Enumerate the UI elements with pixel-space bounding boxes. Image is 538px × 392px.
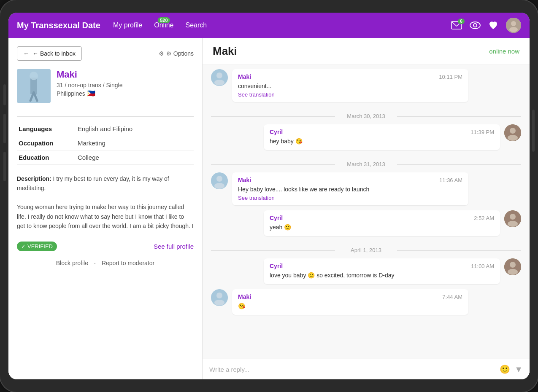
msg-time: 2:52 AM [474, 215, 494, 221]
expand-icon[interactable]: ▼ [514, 365, 523, 374]
svg-point-27 [216, 293, 222, 298]
message-bubble: Maki 10:11 PM convenient... See translat… [232, 69, 468, 102]
nav-links: My profile Online 520 Search [113, 21, 451, 29]
svg-point-1 [470, 22, 480, 29]
msg-text: 😘 [238, 302, 462, 311]
msg-sender-name[interactable]: Cyril [270, 263, 283, 269]
cyril-avatar-2 [504, 210, 521, 227]
svg-point-4 [511, 21, 516, 26]
gear-icon: ⚙ [159, 50, 164, 57]
left-panel: ← ← Back to inbox ⚙ ⚙ Options [8, 38, 203, 379]
check-icon: ✓ [21, 243, 26, 250]
msg-text: hey baby 😘 [270, 137, 494, 146]
maki-avatar-2 [211, 172, 228, 189]
mail-badge: 6 [458, 19, 465, 24]
reply-input[interactable] [209, 366, 495, 373]
profile-meta: 31 / non-op trans / Single [57, 82, 194, 89]
msg-text: Hey baby love.... looks like we are read… [238, 185, 462, 194]
nav-search[interactable]: Search [185, 21, 207, 29]
report-moderator-link[interactable]: Report to moderator [102, 260, 154, 266]
date-separator: March 30, 2013 [211, 113, 521, 119]
svg-point-28 [214, 300, 224, 306]
msg-time: 7:44 AM [442, 294, 462, 300]
chat-panel: Maki online now [203, 38, 530, 379]
left-top-bar: ← ← Back to inbox ⚙ ⚙ Options [17, 46, 194, 61]
see-full-profile-link[interactable]: See full profile [154, 243, 194, 250]
profile-photo [17, 69, 51, 103]
svg-point-24 [510, 262, 516, 268]
msg-header: Cyril 2:52 AM [270, 215, 494, 221]
online-status: online now [489, 48, 519, 55]
reply-icons: 🙂 ▼ [500, 364, 523, 374]
msg-sender-name[interactable]: Maki [238, 177, 251, 183]
message-row: Cyril 11:39 PM hey baby 😘 [211, 124, 521, 150]
msg-header: Cyril 11:39 PM [270, 129, 494, 135]
nav-my-profile[interactable]: My profile [113, 21, 142, 29]
user-avatar-nav[interactable] [506, 18, 521, 33]
description-section: Description: I try my best to run every … [17, 174, 194, 231]
maki-avatar-3 [211, 289, 228, 306]
svg-point-21 [510, 214, 516, 220]
eye-icon-button[interactable] [470, 21, 481, 29]
chat-header: Maki online now [203, 38, 530, 65]
options-button[interactable]: ⚙ ⚙ Options [159, 50, 194, 57]
block-profile-link[interactable]: Block profile [56, 260, 88, 266]
bottom-actions: Block profile · Report to moderator [17, 260, 194, 266]
profile-actions: ✓ VERIFIED See full profile [17, 242, 194, 251]
navbar-icons: 6 [451, 18, 521, 33]
msg-sender-name[interactable]: Cyril [270, 215, 283, 221]
cyril-avatar-1 [504, 124, 521, 141]
msg-header: Maki 10:11 PM [238, 73, 462, 80]
chat-messages: Maki 10:11 PM convenient... See translat… [203, 65, 530, 359]
see-translation-link[interactable]: See translation [238, 195, 462, 201]
svg-point-25 [508, 269, 518, 275]
app-brand[interactable]: My Transsexual Date [17, 21, 100, 30]
profile-summary: Maki 31 / non-op trans / Single Philippi… [17, 69, 194, 103]
verified-badge: ✓ VERIFIED [17, 242, 57, 251]
svg-point-13 [214, 80, 224, 86]
svg-point-19 [214, 183, 224, 189]
msg-time: 11:39 PM [470, 129, 494, 135]
svg-point-22 [508, 221, 518, 227]
back-to-inbox-button[interactable]: ← ← Back to inbox [17, 46, 82, 61]
svg-point-18 [216, 176, 222, 182]
profile-location: Philippines 🇵🇭 [57, 89, 194, 97]
msg-sender-name[interactable]: Maki [238, 73, 251, 80]
msg-header: Maki 11:36 AM [238, 177, 462, 183]
see-translation-link[interactable]: See translation [238, 91, 462, 98]
msg-text: convenient... [238, 82, 462, 91]
languages-row: Languages English and Filipino [17, 122, 194, 136]
svg-point-16 [508, 135, 518, 141]
date-separator: April 1, 2013 [211, 247, 521, 253]
msg-text: yeah 🙂 [270, 223, 494, 232]
message-bubble: Cyril 11:39 PM hey baby 😘 [264, 124, 500, 150]
msg-header: Cyril 11:00 AM [270, 263, 494, 269]
chat-title: Maki [213, 45, 237, 58]
msg-header: Maki 7:44 AM [238, 293, 462, 300]
info-table: Languages English and Filipino Occupatio… [17, 122, 194, 165]
navbar: My Transsexual Date My profile Online 52… [8, 13, 530, 38]
nav-online[interactable]: Online 520 [154, 21, 173, 29]
online-badge: 520 [158, 17, 170, 23]
cyril-avatar-3 [504, 258, 521, 275]
msg-sender-name[interactable]: Cyril [270, 129, 283, 135]
profile-name[interactable]: Maki [57, 69, 194, 80]
emoji-icon[interactable]: 🙂 [500, 364, 510, 374]
message-bubble: Maki 7:44 AM 😘 [232, 289, 468, 315]
mail-icon-button[interactable]: 6 [451, 21, 462, 30]
main-content: ← ← Back to inbox ⚙ ⚙ Options [8, 38, 530, 379]
profile-info: Maki 31 / non-op trans / Single Philippi… [57, 69, 194, 103]
heart-icon-button[interactable] [488, 21, 498, 30]
back-arrow-icon: ← [23, 50, 29, 57]
msg-time: 11:36 AM [439, 177, 462, 183]
message-row: Maki 7:44 AM 😘 [211, 289, 521, 315]
svg-point-12 [216, 72, 222, 78]
description-text-2: Young woman here trying to make her way … [17, 202, 194, 231]
msg-time: 10:11 PM [439, 74, 462, 80]
message-bubble: Maki 11:36 AM Hey baby love.... looks li… [232, 172, 468, 205]
msg-sender-name[interactable]: Maki [238, 293, 251, 300]
svg-point-8 [30, 72, 38, 80]
svg-point-5 [509, 27, 518, 32]
svg-point-2 [473, 24, 477, 27]
maki-avatar-1 [211, 69, 228, 86]
